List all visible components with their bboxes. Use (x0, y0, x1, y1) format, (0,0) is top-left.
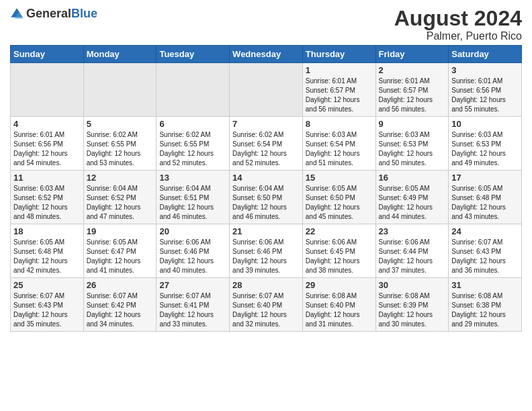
day-number: 30 (379, 280, 446, 290)
day-number: 3 (451, 65, 519, 75)
sunset: Sunset: 6:54 PM (306, 140, 355, 148)
sunrise: Sunrise: 6:03 AM (306, 131, 357, 138)
sunset: Sunset: 6:55 PM (159, 140, 209, 148)
calendar-cell: 22Sunrise: 6:06 AMSunset: 6:45 PMDayligh… (302, 224, 375, 278)
sunrise: Sunrise: 6:08 AM (379, 292, 430, 300)
page-title: August 2024 (394, 7, 522, 30)
sunset: Sunset: 6:53 PM (379, 140, 429, 148)
sunrise: Sunrise: 6:04 AM (232, 185, 283, 192)
daylight: Daylight: 12 hours and 37 minutes. (379, 257, 433, 274)
header-thursday: Thursday (302, 46, 375, 63)
day-number: 23 (379, 226, 446, 236)
daylight: Daylight: 12 hours and 54 minutes. (13, 150, 68, 167)
sunset: Sunset: 6:41 PM (159, 302, 209, 309)
sunrise: Sunrise: 6:01 AM (451, 77, 502, 85)
daylight: Daylight: 12 hours and 33 minutes. (159, 311, 214, 328)
day-number: 7 (232, 119, 300, 129)
daylight: Daylight: 12 hours and 39 minutes. (232, 257, 287, 274)
sunset: Sunset: 6:42 PM (87, 302, 136, 309)
daylight: Daylight: 12 hours and 45 minutes. (306, 203, 360, 220)
sunrise: Sunrise: 6:07 AM (232, 292, 283, 300)
sunrise: Sunrise: 6:05 AM (451, 185, 502, 192)
day-number: 14 (232, 173, 300, 183)
cell-content: Sunrise: 6:08 AMSunset: 6:39 PMDaylight:… (379, 291, 446, 329)
calendar-cell (83, 63, 157, 117)
cell-content: Sunrise: 6:01 AMSunset: 6:56 PMDaylight:… (451, 77, 519, 114)
daylight: Daylight: 12 hours and 48 minutes. (13, 203, 68, 220)
daylight: Daylight: 12 hours and 43 minutes. (451, 203, 506, 220)
cell-content: Sunrise: 6:04 AMSunset: 6:51 PMDaylight:… (159, 184, 226, 222)
calendar-cell: 13Sunrise: 6:04 AMSunset: 6:51 PMDayligh… (157, 171, 230, 224)
sunrise: Sunrise: 6:06 AM (159, 238, 210, 246)
calendar-cell: 1Sunrise: 6:01 AMSunset: 6:57 PMDaylight… (302, 63, 375, 117)
cell-content: Sunrise: 6:08 AMSunset: 6:38 PMDaylight:… (451, 291, 519, 329)
daylight: Daylight: 12 hours and 53 minutes. (87, 150, 141, 167)
sunset: Sunset: 6:39 PM (379, 302, 429, 309)
daylight: Daylight: 12 hours and 56 minutes. (379, 96, 433, 113)
cell-content: Sunrise: 6:05 AMSunset: 6:50 PMDaylight:… (306, 184, 373, 222)
day-number: 17 (451, 173, 519, 183)
sunrise: Sunrise: 6:06 AM (232, 238, 283, 246)
sunrise: Sunrise: 6:07 AM (13, 292, 64, 300)
sunset: Sunset: 6:45 PM (306, 248, 355, 255)
cell-content: Sunrise: 6:08 AMSunset: 6:40 PMDaylight:… (306, 291, 373, 329)
daylight: Daylight: 12 hours and 46 minutes. (232, 203, 287, 220)
day-number: 8 (306, 119, 373, 129)
cell-content: Sunrise: 6:03 AMSunset: 6:54 PMDaylight:… (306, 130, 373, 168)
daylight: Daylight: 12 hours and 55 minutes. (451, 96, 506, 113)
calendar-cell: 9Sunrise: 6:03 AMSunset: 6:53 PMDaylight… (375, 117, 449, 171)
calendar-cell: 27Sunrise: 6:07 AMSunset: 6:41 PMDayligh… (157, 278, 230, 332)
sunset: Sunset: 6:40 PM (306, 302, 355, 309)
calendar-table: Sunday Monday Tuesday Wednesday Thursday… (10, 45, 522, 332)
sunrise: Sunrise: 6:08 AM (306, 292, 357, 300)
header-saturday: Saturday (449, 46, 522, 63)
sunset: Sunset: 6:50 PM (306, 194, 355, 201)
header-tuesday: Tuesday (157, 46, 230, 63)
daylight: Daylight: 12 hours and 47 minutes. (87, 203, 141, 220)
cell-content: Sunrise: 6:02 AMSunset: 6:55 PMDaylight:… (159, 130, 226, 168)
sunset: Sunset: 6:48 PM (451, 194, 501, 201)
cell-content: Sunrise: 6:07 AMSunset: 6:43 PMDaylight:… (451, 238, 519, 275)
daylight: Daylight: 12 hours and 41 minutes. (87, 257, 141, 274)
sunset: Sunset: 6:46 PM (159, 248, 209, 255)
cell-content: Sunrise: 6:01 AMSunset: 6:57 PMDaylight:… (379, 77, 446, 114)
cell-content: Sunrise: 6:03 AMSunset: 6:53 PMDaylight:… (379, 130, 446, 168)
daylight: Daylight: 12 hours and 32 minutes. (232, 311, 287, 328)
sunrise: Sunrise: 6:03 AM (13, 185, 64, 192)
calendar-week-1: 4Sunrise: 6:01 AMSunset: 6:56 PMDaylight… (11, 117, 522, 171)
daylight: Daylight: 12 hours and 29 minutes. (451, 311, 506, 328)
sunrise: Sunrise: 6:03 AM (379, 131, 430, 138)
cell-content: Sunrise: 6:03 AMSunset: 6:53 PMDaylight:… (451, 130, 519, 168)
sunrise: Sunrise: 6:05 AM (87, 238, 138, 246)
calendar-cell: 26Sunrise: 6:07 AMSunset: 6:42 PMDayligh… (83, 278, 157, 332)
sunrise: Sunrise: 6:02 AM (159, 131, 210, 138)
cell-content: Sunrise: 6:06 AMSunset: 6:46 PMDaylight:… (159, 238, 226, 275)
sunset: Sunset: 6:43 PM (13, 302, 63, 309)
day-number: 11 (13, 173, 81, 183)
title-block: August 2024 Palmer, Puerto Rico (394, 7, 522, 42)
sunrise: Sunrise: 6:06 AM (379, 238, 430, 246)
sunrise: Sunrise: 6:07 AM (87, 292, 138, 300)
sunrise: Sunrise: 6:05 AM (13, 238, 64, 246)
daylight: Daylight: 12 hours and 30 minutes. (379, 311, 433, 328)
calendar-cell (157, 63, 230, 117)
header-friday: Friday (375, 46, 449, 63)
sunrise: Sunrise: 6:02 AM (232, 131, 283, 138)
header-sunday: Sunday (11, 46, 84, 63)
calendar-cell: 17Sunrise: 6:05 AMSunset: 6:48 PMDayligh… (449, 171, 522, 224)
sunrise: Sunrise: 6:08 AM (451, 292, 502, 300)
cell-content: Sunrise: 6:04 AMSunset: 6:50 PMDaylight:… (232, 184, 300, 222)
sunset: Sunset: 6:54 PM (232, 140, 282, 148)
daylight: Daylight: 12 hours and 36 minutes. (451, 257, 506, 274)
sunrise: Sunrise: 6:01 AM (306, 77, 357, 85)
calendar-cell: 4Sunrise: 6:01 AMSunset: 6:56 PMDaylight… (11, 117, 84, 171)
day-number: 2 (379, 65, 446, 75)
calendar-cell: 12Sunrise: 6:04 AMSunset: 6:52 PMDayligh… (83, 171, 157, 224)
calendar-cell: 11Sunrise: 6:03 AMSunset: 6:52 PMDayligh… (11, 171, 84, 224)
sunrise: Sunrise: 6:07 AM (159, 292, 210, 300)
cell-content: Sunrise: 6:07 AMSunset: 6:41 PMDaylight:… (159, 291, 226, 329)
calendar-cell: 6Sunrise: 6:02 AMSunset: 6:55 PMDaylight… (157, 117, 230, 171)
header-row: Sunday Monday Tuesday Wednesday Thursday… (11, 46, 522, 63)
logo-icon (10, 7, 24, 21)
daylight: Daylight: 12 hours and 49 minutes. (451, 150, 506, 167)
